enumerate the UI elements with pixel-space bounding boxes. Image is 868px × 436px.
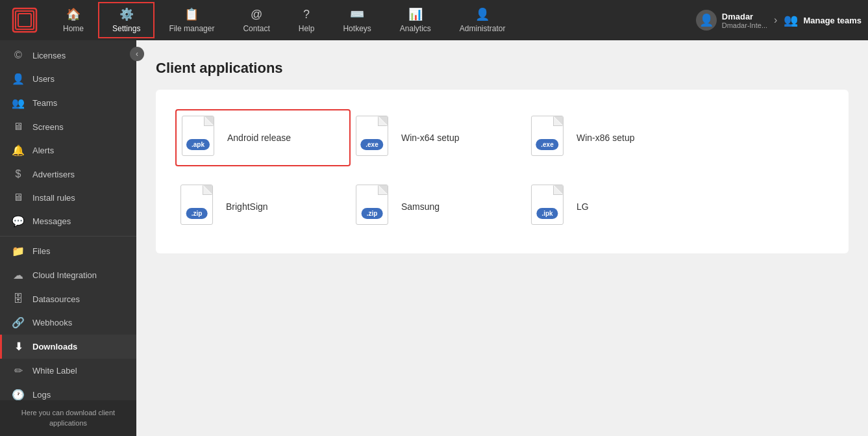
nav-label-home: Home [63,24,84,33]
nav-item-administrator[interactable]: 👤Administrator [445,2,520,38]
nav-label-hotkeys: Hotkeys [343,24,371,33]
page-title: Client applications [156,60,849,77]
file-manager-icon: 📋 [184,7,199,21]
user-info[interactable]: 👤 Dmadar Dmadar-Inte... [696,10,767,31]
file-badge-samsung: .zip [362,208,383,219]
nav-label-contact: Contact [243,24,269,33]
nav-label-help: Help [299,24,315,33]
sidebar-item-users[interactable]: 👤Users [0,67,136,91]
sidebar-item-downloads[interactable]: ⬇Downloads [0,335,136,359]
sidebar-item-webhooks[interactable]: 🔗Webhooks [0,311,136,335]
home-icon: 🏠 [66,7,81,21]
sidebar-item-install-rules[interactable]: 🖥Install rules [0,186,136,209]
files-sidebar-icon: 📁 [12,245,25,257]
sidebar-label-cloud-integration: Cloud Integration [32,270,97,280]
file-icon-android: .apk [182,116,218,160]
sidebar-label-install-rules: Install rules [32,193,75,203]
file-badge-win64: .exe [360,139,383,150]
sidebar-label-licenses: Licenses [32,51,66,60]
content-area: Client applications .apk Android release… [136,40,868,436]
sidebar-label-datasources: Datasources [32,294,80,304]
nav-label-analytics: Analytics [400,24,431,33]
sidebar-label-files: Files [32,246,50,256]
manage-teams-button[interactable]: 👥 Manage teams [784,13,862,27]
file-page-samsung: .zip [356,185,388,225]
sidebar-item-logs[interactable]: 🕐Logs [0,383,136,400]
licenses-sidebar-icon: © [12,49,25,61]
nav-item-home[interactable]: 🏠Home [49,2,98,38]
file-icon-samsung: .zip [356,185,392,229]
analytics-icon: 📊 [408,7,423,21]
topnav-right: 👤 Dmadar Dmadar-Inte... › 👥 Manage teams [696,10,862,31]
sidebar-footer: Here you can download client application… [0,400,136,436]
sidebar-label-logs: Logs [32,390,51,400]
sidebar-label-advertisers: Advertisers [32,170,75,179]
file-badge-lg: .ipk [536,208,558,219]
sidebar-item-teams[interactable]: 👥Teams [0,91,136,115]
app-card-brightsign[interactable]: .zip BrightSign [175,179,351,234]
sidebar-item-white-label[interactable]: ✏White Label [0,359,136,383]
install-rules-sidebar-icon: 🖥 [12,192,25,203]
sidebar-label-screens: Screens [32,122,64,132]
nav-label-administrator: Administrator [460,24,506,33]
avatar: 👤 [696,10,717,31]
app-name-samsung: Samsung [401,201,440,212]
app-card-lg[interactable]: .ipk LG [526,179,701,234]
sidebar-item-files[interactable]: 📁Files [0,239,136,263]
app-name-win64: Win-x64 setup [401,133,459,143]
teams-sidebar-icon: 👥 [12,97,25,109]
apps-container: .apk Android release .exe Win-x64 setup … [156,90,849,253]
app-card-win64[interactable]: .exe Win-x64 setup [351,109,526,166]
main-layout: ‹ ©Licenses👤Users👥Teams🖥Screens🔔Alerts$A… [0,40,868,436]
sidebar-label-users: Users [32,74,55,84]
sidebar-divider [0,236,136,237]
contact-icon: @ [251,8,262,21]
help-icon: ? [303,8,310,21]
advertisers-sidebar-icon: $ [12,168,25,180]
nav-item-settings[interactable]: ⚙️Settings [98,2,155,38]
sidebar-label-alerts: Alerts [32,146,54,155]
nav-item-contact[interactable]: @Contact [229,3,284,38]
app-card-samsung[interactable]: .zip Samsung [351,179,526,234]
nav-item-help[interactable]: ?Help [284,3,329,38]
logs-sidebar-icon: 🕐 [12,389,25,400]
sidebar-collapse-button[interactable]: ‹ [130,47,144,61]
nav-item-analytics[interactable]: 📊Analytics [386,2,445,38]
sidebar-item-screens[interactable]: 🖥Screens [0,115,136,138]
file-icon-lg: .ipk [531,185,567,229]
sidebar-item-datasources[interactable]: 🗄Datasources [0,287,136,311]
sidebar-item-alerts[interactable]: 🔔Alerts [0,138,136,162]
file-icon-brightsign: .zip [180,185,217,229]
sidebar-label-teams: Teams [32,98,57,108]
webhooks-sidebar-icon: 🔗 [12,316,25,329]
app-card-android[interactable]: .apk Android release [175,109,351,166]
file-icon-win64: .exe [356,116,392,160]
sidebar-item-cloud-integration[interactable]: ☁Cloud Integration [0,263,136,287]
file-icon-win86: .exe [531,116,567,160]
administrator-icon: 👤 [475,7,490,21]
app-name-android: Android release [227,133,291,143]
sidebar-item-licenses[interactable]: ©Licenses [0,44,136,67]
sidebar-item-messages[interactable]: 💬Messages [0,209,136,233]
app-name-brightsign: BrightSign [226,201,268,212]
downloads-sidebar-icon: ⬇ [12,340,25,353]
chevron-right-icon[interactable]: › [774,14,777,26]
app-card-win86[interactable]: .exe Win-x86 setup [526,109,701,166]
sidebar-label-messages: Messages [32,216,71,226]
settings-icon: ⚙️ [119,7,134,21]
topnav: 🏠Home⚙️Settings📋File manager@Contact?Hel… [0,0,868,40]
user-name: Dmadar [722,12,767,21]
sidebar-label-downloads: Downloads [32,342,77,352]
sidebar-label-white-label: White Label [32,366,77,376]
sidebar-label-webhooks: Webhooks [32,318,72,327]
sidebar-item-advertisers[interactable]: $Advertisers [0,162,136,186]
nav-item-hotkeys[interactable]: ⌨️Hotkeys [329,2,385,38]
file-badge-brightsign: .zip [186,208,208,219]
white-label-sidebar-icon: ✏ [12,365,25,377]
logo[interactable] [6,6,42,35]
nav-items: 🏠Home⚙️Settings📋File manager@Contact?Hel… [49,2,696,38]
datasources-sidebar-icon: 🗄 [12,293,25,305]
nav-label-settings: Settings [112,24,140,33]
nav-item-file-manager[interactable]: 📋File manager [155,2,229,38]
manage-teams-label: Manage teams [803,16,862,25]
